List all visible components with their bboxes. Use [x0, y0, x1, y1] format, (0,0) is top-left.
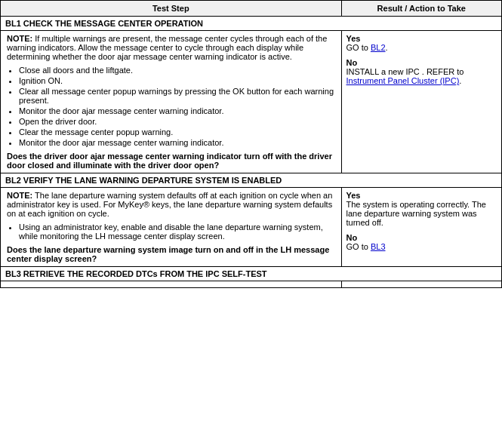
no-label: No — [346, 233, 497, 242]
content-row: NOTE: The lane departure warning system … — [1, 188, 502, 267]
bullet-list: Close all doors and the liftgate.Ignitio… — [19, 66, 335, 147]
list-item: Monitor the door ajar message center war… — [19, 106, 335, 115]
result-cell-BL3 — [341, 281, 501, 288]
yes-result: YesGO to BL2. — [346, 34, 497, 52]
no-period: . — [459, 76, 461, 85]
note-text: NOTE: The lane departure warning system … — [7, 191, 335, 218]
no-link[interactable]: BL3 — [371, 242, 386, 251]
bold-question: Does the lane departure warning system i… — [7, 245, 335, 263]
no-result: NoINSTALL a new IPC . REFER to Instrumen… — [346, 58, 497, 85]
list-item: Clear all message center popup warnings … — [19, 87, 335, 105]
bullet-list: Using an administrator key, enable and d… — [19, 222, 335, 241]
result-cell-BL2: YesThe system is operating correctly. Th… — [341, 188, 501, 267]
yes-result: YesThe system is operating correctly. Th… — [346, 191, 497, 227]
step-cell-BL1: NOTE: If multiple warnings are present, … — [1, 31, 342, 173]
note-body: The lane departure warning system defaul… — [7, 191, 332, 218]
list-item: Clear the message center popup warning. — [19, 127, 335, 137]
note-label: NOTE: — [7, 191, 32, 200]
section-header-BL3: BL3 RETRIEVE THE RECORDED DTCs FROM THE … — [1, 267, 502, 281]
no-result: NoGO to BL3 — [346, 233, 497, 251]
main-table: Test Step Result / Action to Take BL1 CH… — [0, 0, 502, 288]
note-text: NOTE: If multiple warnings are present, … — [7, 34, 335, 61]
list-item: Close all doors and the liftgate. — [19, 66, 335, 75]
no-text: INSTALL a new IPC . REFER to — [346, 67, 464, 76]
section-header-BL2: BL2 VERIFY THE LANE WARNING DEPARTURE SY… — [1, 173, 502, 188]
yes-text: GO to — [346, 43, 371, 52]
step-cell-BL3 — [1, 281, 342, 288]
content-row — [1, 281, 502, 288]
yes-label: Yes — [346, 191, 497, 200]
section-header-row: BL2 VERIFY THE LANE WARNING DEPARTURE SY… — [1, 173, 502, 188]
content-row: NOTE: If multiple warnings are present, … — [1, 31, 502, 173]
bold-question: Does the driver door ajar message center… — [7, 152, 335, 170]
result-cell-BL1: YesGO to BL2.NoINSTALL a new IPC . REFER… — [341, 31, 501, 173]
no-label: No — [346, 58, 497, 67]
note-body: If multiple warnings are present, the me… — [7, 34, 327, 61]
list-item: Open the driver door. — [19, 117, 335, 126]
section-header-row: BL1 CHECK THE MESSAGE CENTER OPERATION — [1, 17, 502, 31]
list-item: Ignition ON. — [19, 76, 335, 85]
col-header-step: Test Step — [1, 1, 342, 17]
list-item: Monitor the door ajar message center war… — [19, 138, 335, 147]
section-header-BL1: BL1 CHECK THE MESSAGE CENTER OPERATION — [1, 17, 502, 31]
no-link[interactable]: Instrument Panel Cluster (IPC) — [346, 76, 460, 85]
yes-label: Yes — [346, 34, 497, 43]
note-label: NOTE: — [7, 34, 32, 43]
list-item: Using an administrator key, enable and d… — [19, 222, 335, 241]
col-header-result: Result / Action to Take — [341, 1, 501, 17]
no-text: GO to — [346, 242, 371, 251]
yes-period: . — [386, 43, 388, 52]
step-cell-BL2: NOTE: The lane departure warning system … — [1, 188, 342, 267]
yes-link[interactable]: BL2 — [371, 43, 386, 52]
section-header-row: BL3 RETRIEVE THE RECORDED DTCs FROM THE … — [1, 267, 502, 281]
yes-text: The system is operating correctly. The l… — [346, 200, 486, 227]
